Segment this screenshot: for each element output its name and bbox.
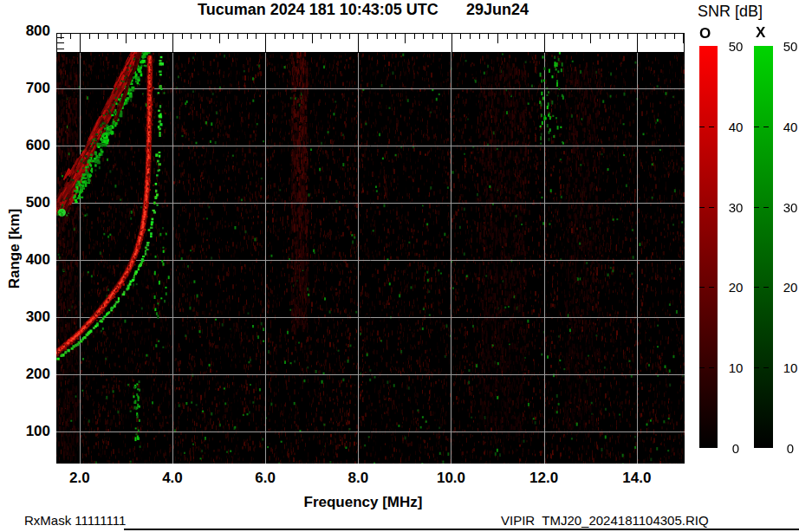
y-tick-label: 100 (17, 423, 50, 440)
x-tick-mark (423, 34, 424, 39)
y-tick-label: 800 (17, 23, 50, 40)
x-tick-mark (655, 34, 656, 39)
colorbar-tick-dash (754, 287, 759, 288)
y-tick-label: 700 (17, 80, 50, 97)
x-tick-mark (172, 34, 173, 53)
x-tick-mark (293, 34, 294, 39)
colorbar-o-tick-label: 30 (729, 199, 744, 214)
x-tick-mark (145, 34, 146, 39)
colorbar-tick-dash (709, 207, 714, 208)
x-tick-mark (210, 34, 211, 39)
x-tick-mark (107, 34, 108, 39)
colorbar-o-tick-label: 50 (729, 39, 744, 54)
x-tick-mark (627, 34, 628, 39)
x-tick-mark (497, 34, 498, 43)
x-tick-mark (70, 34, 71, 39)
colorbar-o-tick-label: 0 (732, 441, 739, 456)
colorbar-tick-dash (709, 287, 714, 288)
x-tick-mark (302, 34, 303, 39)
x-tick-mark (405, 34, 406, 43)
x-tick-mark (367, 34, 368, 39)
x-tick-mark (135, 34, 136, 39)
x-tick-mark (507, 34, 508, 39)
x-tick-mark (126, 34, 127, 43)
y-tick-mark (57, 42, 64, 43)
y-tick-mark (57, 37, 64, 38)
x-tick-label: 2.0 (69, 470, 90, 487)
colorbar-x-label: X (756, 24, 765, 42)
y-tick-label: 600 (17, 137, 50, 154)
x-tick-label: 6.0 (255, 470, 276, 487)
x-tick-mark (265, 34, 266, 53)
x-tick-mark (330, 34, 331, 39)
x-tick-mark (182, 34, 183, 39)
colorbar-o-tick-label: 20 (729, 280, 744, 295)
x-tick-mark (646, 34, 647, 39)
x-tick-label: 8.0 (348, 470, 368, 487)
x-tick-label: 4.0 (162, 470, 183, 487)
x-tick-mark (247, 34, 248, 39)
x-tick-mark (228, 34, 229, 39)
x-tick-mark (237, 34, 238, 39)
x-tick-mark (256, 34, 257, 39)
rxmask-text: RxMask 11111111 (24, 513, 126, 528)
x-tick-mark (414, 34, 415, 39)
x-tick-mark (683, 34, 684, 43)
x-tick-label: 10.0 (437, 470, 465, 487)
x-axis-title: Frequency [MHz] (304, 494, 423, 511)
x-tick-mark (200, 34, 201, 39)
colorbar-tick-dash (763, 287, 769, 288)
x-tick-mark (600, 34, 601, 39)
ionogram-canvas (56, 52, 685, 464)
colorbar-o-tick-label: 40 (729, 119, 744, 133)
y-tick-label: 300 (17, 308, 50, 326)
x-tick-mark (312, 34, 313, 43)
filename-text: VIPIR TMJ20_2024181104305.RIQ (501, 513, 709, 528)
x-tick-mark (488, 34, 489, 39)
colorbar-tick-dash (699, 127, 705, 127)
x-tick-mark (358, 34, 359, 53)
x-tick-mark (562, 34, 563, 39)
colorbar-tick-dash (709, 367, 714, 368)
x-tick-mark (544, 34, 545, 53)
colorbar-x-tick-label: 40 (783, 119, 798, 133)
colorbar-x-tick-label: 50 (783, 39, 798, 54)
colorbar-o-tick-label: 10 (729, 360, 744, 375)
colorbar-x-gradient (754, 46, 773, 448)
x-tick-mark (349, 34, 350, 39)
x-tick-mark (470, 34, 471, 39)
y-axis-title: Range [km] (6, 209, 23, 289)
x-tick-mark (674, 34, 675, 39)
x-tick-mark (117, 34, 118, 39)
plot-title-date: 29Jun24 (466, 1, 529, 19)
x-tick-mark (191, 34, 192, 39)
x-tick-mark (553, 34, 554, 39)
colorbar-x-tick-label: 30 (783, 199, 798, 214)
x-tick-mark (387, 34, 387, 39)
x-tick-mark (321, 34, 322, 39)
colorbar-x-tick-label: 0 (787, 441, 794, 456)
colorbar-o-label: O (699, 25, 711, 42)
x-tick-mark (442, 34, 443, 39)
x-tick-mark (535, 34, 536, 39)
x-tick-mark (460, 34, 461, 39)
x-tick-mark (154, 34, 155, 39)
plot-title: Tucuman 2024 181 10:43:05 UTC (198, 1, 438, 19)
x-tick-mark (572, 34, 573, 39)
colorbar-tick-dash (754, 367, 759, 368)
colorbar-tick-dash (763, 367, 769, 368)
colorbar-tick-dash (699, 287, 705, 288)
x-tick-mark (340, 34, 341, 39)
x-tick-label: 14.0 (622, 470, 651, 487)
x-tick-mark (432, 34, 433, 39)
x-tick-mark (451, 34, 452, 53)
y-tick-label: 200 (17, 366, 50, 383)
y-tick-mark (57, 49, 64, 49)
colorbar-tick-dash (699, 367, 705, 368)
x-tick-mark (80, 34, 81, 53)
x-tick-mark (590, 34, 591, 43)
x-tick-mark (284, 34, 285, 39)
x-tick-mark (609, 34, 610, 39)
x-tick-mark (275, 34, 276, 39)
x-tick-mark (665, 34, 666, 39)
